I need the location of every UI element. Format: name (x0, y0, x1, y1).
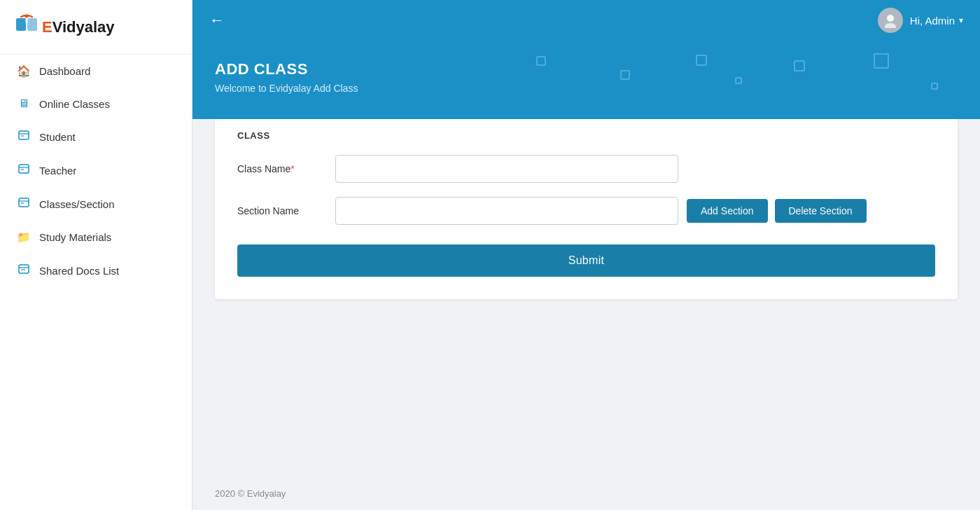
sidebar-item-teacher[interactable]: Teacher (0, 153, 192, 187)
svg-rect-0 (16, 18, 26, 31)
user-menu[interactable]: Hi, Admin ▾ (878, 8, 963, 33)
class-name-row: Class Name* (237, 155, 935, 183)
chevron-down-icon: ▾ (959, 15, 963, 25)
svg-point-16 (885, 23, 896, 28)
sidebar-label-shared-docs: Shared Docs List (39, 265, 119, 277)
add-section-button[interactable]: Add Section (687, 199, 768, 223)
logo-e: E (42, 18, 52, 36)
class-name-input[interactable] (335, 155, 678, 183)
svg-rect-3 (19, 131, 29, 139)
svg-rect-1 (27, 18, 37, 31)
sidebar-label-classes-section: Classes/Section (39, 198, 115, 210)
required-indicator: * (290, 163, 294, 174)
sidebar-label-teacher: Teacher (39, 165, 76, 177)
sidebar-label-online-classes: Online Classes (39, 98, 110, 110)
sidebar-item-study-materials[interactable]: 📁 Study Materials (0, 221, 192, 254)
sidebar-label-student: Student (39, 131, 76, 143)
home-icon: 🏠 (17, 64, 31, 78)
main-content: ← Hi, Admin ▾ ADD CLASS Welcome to Evidy… (192, 0, 980, 510)
svg-rect-6 (19, 165, 29, 173)
footer: 2020 © Evidyalay (192, 477, 980, 510)
section-name-row: Section Name Add Section Delete Section (237, 197, 935, 225)
sidebar-item-online-classes[interactable]: 🖥 Online Classes (0, 88, 192, 120)
classes-icon (17, 197, 31, 211)
form-section-label: CLASS (237, 130, 935, 141)
svg-point-15 (887, 15, 894, 22)
content-area: CLASS Class Name* Section Name Add Secti… (192, 111, 980, 477)
user-avatar (878, 8, 903, 33)
sidebar-label-dashboard: Dashboard (39, 65, 90, 77)
user-label: Hi, Admin (910, 15, 955, 27)
back-button[interactable]: ← (209, 11, 225, 29)
monitor-icon: 🖥 (17, 97, 31, 110)
sidebar-item-student[interactable]: Student (0, 120, 192, 153)
section-name-label: Section Name (237, 205, 335, 216)
teacher-icon (17, 163, 31, 177)
class-name-label: Class Name* (237, 163, 335, 174)
sidebar-label-study-materials: Study Materials (39, 231, 111, 243)
delete-section-button[interactable]: Delete Section (775, 199, 867, 223)
header-banner: ADD CLASS Welcome to Evidyalay Add Class (192, 41, 980, 119)
student-icon (17, 130, 31, 144)
footer-text: 2020 © Evidyalay (215, 488, 286, 499)
logo-vidyalay: Vidyalay (52, 18, 115, 36)
topbar: ← Hi, Admin ▾ (192, 0, 980, 41)
sidebar-item-dashboard[interactable]: 🏠 Dashboard (0, 55, 192, 88)
submit-button[interactable]: Submit (237, 244, 935, 277)
svg-point-2 (25, 15, 29, 18)
svg-rect-9 (19, 198, 29, 207)
sidebar: E Vidyalay 🏠 Dashboard 🖥 Online Classes … (0, 0, 192, 510)
sidebar-nav: 🏠 Dashboard 🖥 Online Classes Student Tea… (0, 55, 192, 287)
section-buttons: Add Section Delete Section (687, 199, 867, 223)
section-name-input[interactable] (335, 197, 678, 225)
sidebar-item-classes-section[interactable]: Classes/Section (0, 187, 192, 221)
logo-icon (14, 13, 39, 41)
sidebar-item-shared-docs[interactable]: Shared Docs List (0, 254, 192, 287)
docs-icon (17, 263, 31, 277)
page-subtitle: Welcome to Evidyalay Add Class (215, 83, 958, 94)
folder-icon: 📁 (17, 230, 31, 244)
form-card: CLASS Class Name* Section Name Add Secti… (215, 111, 958, 299)
page-title: ADD CLASS (215, 60, 958, 78)
svg-rect-12 (19, 265, 29, 273)
logo: E Vidyalay (0, 0, 192, 55)
